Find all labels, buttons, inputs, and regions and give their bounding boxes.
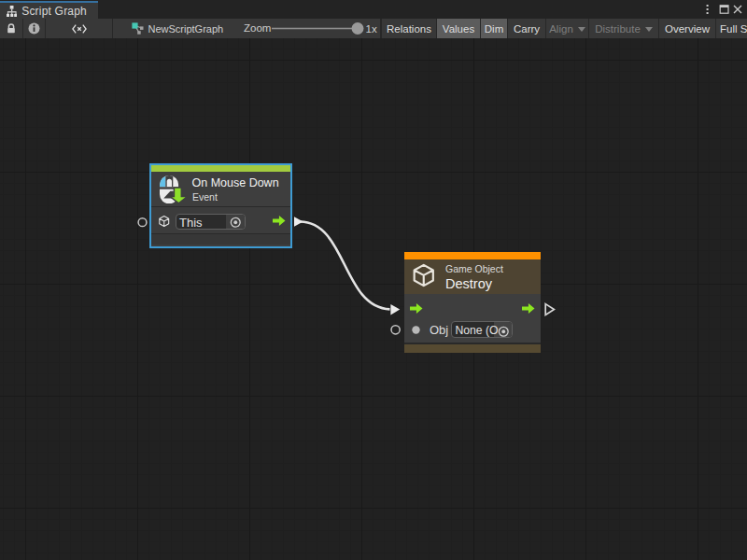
svg-text:1x: 1x <box>366 23 377 35</box>
